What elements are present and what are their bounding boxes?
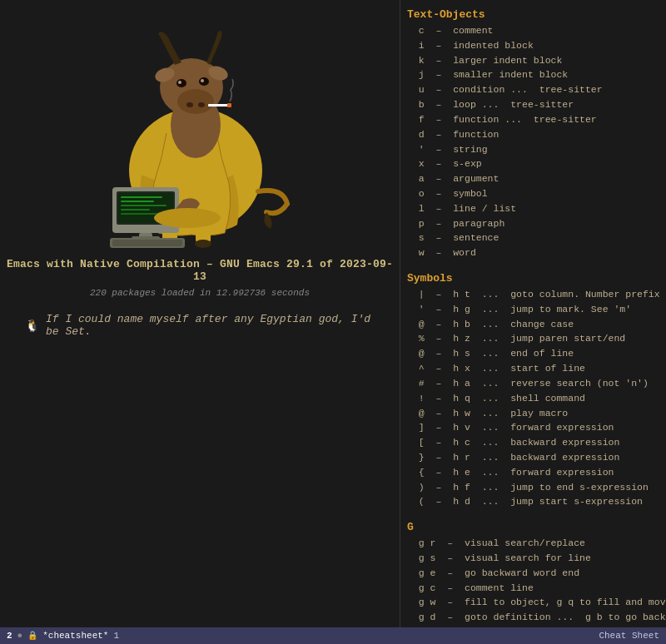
list-item: | – h t ... goto column. Number prefix — [407, 287, 659, 302]
list-item: c – comment — [407, 23, 659, 38]
list-item: g r – visual search/replace — [407, 536, 659, 551]
list-item: x – s-exp — [407, 156, 659, 171]
svg-rect-24 — [121, 205, 166, 206]
quote-text: If I could name myself after any Egyptia… — [46, 313, 375, 338]
list-item: { – h e ... forward expression — [407, 465, 659, 480]
svg-rect-30 — [112, 240, 182, 246]
list-item: f – function ... tree-sitter — [407, 112, 659, 127]
section-text-objects-title: Text-Objects — [407, 8, 659, 21]
list-item: p – paragraph — [407, 216, 659, 231]
status-buf-num: 1 — [113, 631, 119, 641]
svg-rect-25 — [121, 209, 150, 211]
emacs-title: Emacs with Native Compilation – GNU Emac… — [0, 258, 400, 283]
section-g-title: G — [407, 521, 659, 533]
list-item: a – argument — [407, 171, 659, 186]
left-panel: Emacs with Native Compilation – GNU Emac… — [0, 0, 400, 644]
svg-point-14 — [201, 79, 204, 82]
list-item: ' – h g ... jump to mark. See 'm' — [407, 302, 659, 317]
status-right-label: Cheat Sheet — [599, 631, 659, 641]
quote-line: 🐧 If I could name myself after any Egypt… — [0, 313, 400, 338]
status-lock-icon: 🔒 — [27, 631, 37, 641]
svg-point-5 — [195, 240, 211, 248]
list-item: @ – h b ... change case — [407, 317, 659, 332]
list-item: } – h r ... backward expression — [407, 450, 659, 465]
list-item: ( – h d ... jump start s-expression — [407, 494, 659, 509]
list-item: ] – h v ... forward expression — [407, 420, 659, 435]
list-item: ' – string — [407, 142, 659, 157]
svg-point-31 — [154, 208, 221, 228]
list-item: g e – go backward word end — [407, 566, 659, 581]
text-objects-list: c – comment i – indented block k – large… — [407, 23, 659, 260]
list-item: l – line / list — [407, 201, 659, 216]
list-item: u – condition ... tree-sitter — [407, 82, 659, 97]
svg-rect-23 — [121, 201, 154, 202]
list-item: ! – h q ... shell command — [407, 391, 659, 406]
packages-loaded: 220 packages loaded in 12.992736 seconds — [90, 288, 310, 298]
svg-point-11 — [176, 79, 186, 87]
right-panel[interactable]: Text-Objects c – comment i – indented bl… — [400, 0, 666, 627]
quote-icon: 🐧 — [25, 319, 39, 333]
list-item: g d – goto definition ... g b to go back — [407, 610, 659, 625]
list-item: g w – fill to object, g q to fill and mo… — [407, 595, 659, 610]
list-item: k – larger indent block — [407, 53, 659, 68]
list-item: # – h a ... reverse search (not 'n') — [407, 376, 659, 391]
g-list: g r – visual search/replace g s – visual… — [407, 536, 659, 627]
status-buffer-num: 2 — [7, 631, 12, 641]
list-item: ) – h f ... jump to end s-expression — [407, 480, 659, 495]
list-item: j – smaller indent block — [407, 67, 659, 82]
svg-point-9 — [186, 102, 193, 107]
gnu-mascot — [67, 8, 333, 250]
status-dot: ● — [17, 631, 23, 641]
list-item: s – sentence — [407, 230, 659, 245]
list-item: o – symbol — [407, 186, 659, 201]
section-symbols-title: Symbols — [407, 272, 659, 285]
statusbar: 2 ● 🔒 *cheatsheet* 1 Cheat Sheet — [0, 627, 666, 644]
list-item: @ – h s ... end of line — [407, 346, 659, 361]
svg-point-13 — [178, 81, 181, 84]
svg-point-12 — [199, 77, 209, 86]
status-filename: *cheatsheet* — [42, 631, 108, 641]
list-item: w – word — [407, 245, 659, 260]
symbols-list: | – h t ... goto column. Number prefix '… — [407, 287, 659, 509]
svg-point-10 — [198, 102, 205, 107]
list-item: g c – comment line — [407, 581, 659, 596]
svg-rect-22 — [121, 196, 162, 198]
list-item: g s – visual search for line — [407, 551, 659, 566]
list-item: d – function — [407, 127, 659, 142]
list-item: @ – h w ... play macro — [407, 406, 659, 421]
svg-rect-17 — [208, 104, 229, 107]
list-item: % – h z ... jump paren start/end — [407, 331, 659, 346]
list-item: i – indented block — [407, 38, 659, 53]
svg-rect-26 — [121, 213, 161, 215]
list-item: ^ – h x ... start of line — [407, 361, 659, 376]
list-item: b – loop ... tree-sitter — [407, 97, 659, 112]
svg-point-8 — [177, 89, 214, 114]
list-item: [ – h c ... backward expression — [407, 435, 659, 450]
svg-rect-18 — [227, 103, 231, 107]
